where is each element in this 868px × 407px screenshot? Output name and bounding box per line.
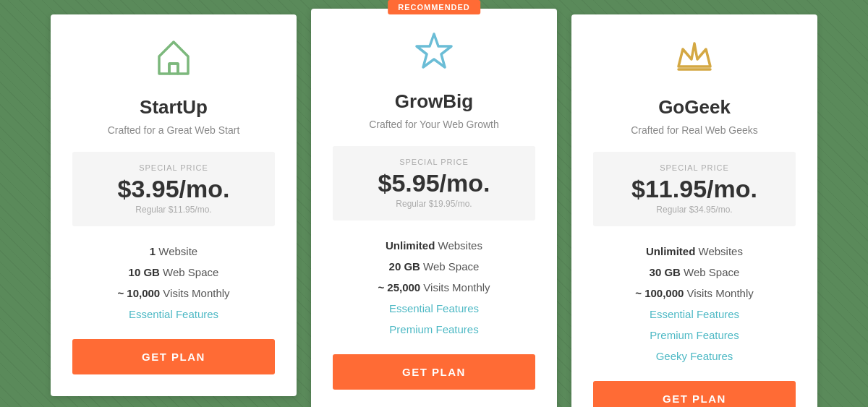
price-box: SPECIAL PRICE $3.95/mo. Regular $11.95/m…	[72, 152, 275, 226]
feature-link-item[interactable]: Essential Features	[593, 307, 796, 322]
feature-link[interactable]: Essential Features	[129, 308, 218, 320]
plan-description: Crafted for a Great Web Start	[72, 124, 275, 136]
feature-item: 30 GB Web Space	[593, 265, 796, 280]
special-price-label: SPECIAL PRICE	[347, 158, 521, 166]
features-list: 1 Website10 GB Web Space~ 10,000 Visits …	[72, 244, 275, 322]
pricing-container: StartUpCrafted for a Great Web Start SPE…	[14, 14, 854, 407]
feature-item: 20 GB Web Space	[333, 259, 535, 274]
feature-link-item[interactable]: Geeky Features	[593, 348, 796, 364]
feature-item: ~ 25,000 Visits Monthly	[333, 280, 535, 295]
get-plan-button[interactable]: GET PLAN	[72, 339, 275, 374]
price-amount: $11.95/mo.	[608, 175, 781, 203]
feature-item: Unlimited Websites	[333, 238, 535, 253]
feature-item: 10 GB Web Space	[72, 265, 275, 280]
feature-item: ~ 100,000 Visits Monthly	[593, 286, 796, 301]
recommended-badge: RECOMMENDED	[388, 0, 480, 14]
regular-price: Regular $11.95/mo.	[87, 205, 260, 215]
feature-link[interactable]: Essential Features	[389, 302, 479, 314]
star-icon	[333, 30, 535, 80]
svg-rect-0	[169, 64, 178, 74]
plan-name: GrowBig	[333, 90, 535, 113]
crown-icon	[593, 36, 796, 86]
price-amount: $3.95/mo.	[87, 175, 260, 203]
price-box: SPECIAL PRICE $5.95/mo. Regular $19.95/m…	[333, 146, 535, 220]
feature-link-item[interactable]: Essential Features	[333, 301, 535, 316]
feature-item: Unlimited Websites	[593, 244, 796, 259]
plan-description: Crafted for Real Web Geeks	[593, 124, 796, 136]
plan-card-startup: StartUpCrafted for a Great Web Start SPE…	[51, 14, 297, 396]
feature-link[interactable]: Essential Features	[650, 308, 739, 320]
plan-name: StartUp	[72, 96, 275, 119]
plan-name: GoGeek	[593, 96, 796, 119]
regular-price: Regular $19.95/mo.	[347, 199, 521, 209]
feature-item: 1 Website	[72, 244, 275, 259]
get-plan-button[interactable]: GET PLAN	[593, 381, 796, 407]
plan-card-gogeek: GoGeekCrafted for Real Web Geeks SPECIAL…	[571, 14, 817, 407]
feature-link-item[interactable]: Premium Features	[333, 322, 535, 337]
feature-link[interactable]: Geeky Features	[656, 350, 733, 362]
svg-marker-1	[417, 34, 451, 67]
feature-item: ~ 10,000 Visits Monthly	[72, 286, 275, 301]
house-icon	[72, 36, 275, 86]
plan-description: Crafted for Your Web Growth	[333, 119, 535, 130]
feature-link[interactable]: Premium Features	[650, 329, 739, 341]
features-list: Unlimited Websites20 GB Web Space~ 25,00…	[333, 238, 535, 337]
feature-link[interactable]: Premium Features	[389, 323, 478, 335]
feature-link-item[interactable]: Essential Features	[72, 307, 275, 322]
features-list: Unlimited Websites30 GB Web Space~ 100,0…	[593, 244, 796, 364]
special-price-label: SPECIAL PRICE	[87, 163, 260, 172]
get-plan-button[interactable]: GET PLAN	[333, 354, 535, 390]
price-box: SPECIAL PRICE $11.95/mo. Regular $34.95/…	[593, 152, 796, 226]
regular-price: Regular $34.95/mo.	[608, 205, 781, 215]
plan-card-growbig: RECOMMENDED GrowBigCrafted for Your Web …	[311, 9, 557, 407]
special-price-label: SPECIAL PRICE	[608, 163, 781, 172]
feature-link-item[interactable]: Premium Features	[593, 327, 796, 343]
price-amount: $5.95/mo.	[347, 169, 521, 197]
